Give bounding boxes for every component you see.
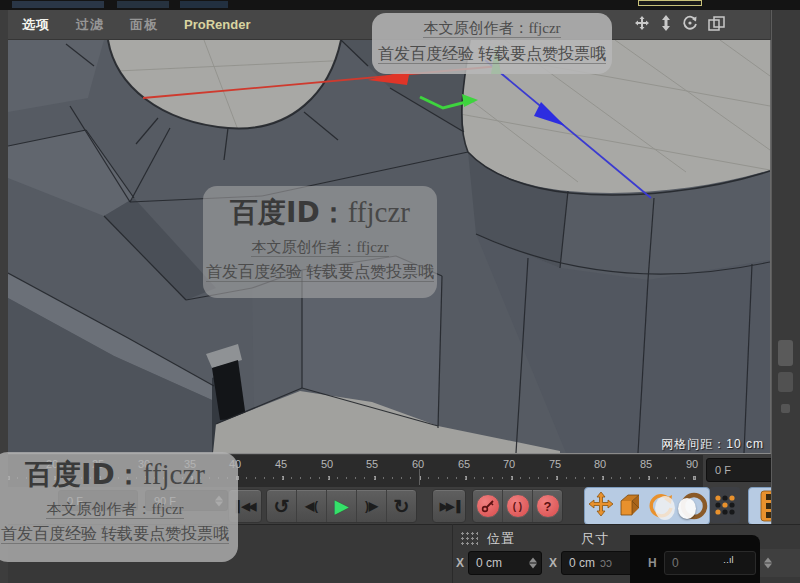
goto-start-icon: ▌◀◀ <box>236 500 255 513</box>
menu-item-filter[interactable]: 过滤 <box>76 16 104 34</box>
panel-corner <box>760 549 800 577</box>
taskbar-fragment <box>12 1 104 8</box>
play-button[interactable]: ▶ <box>327 490 357 522</box>
playback-group: ↺ ◀( ▶ )▶ ↻ <box>266 489 417 523</box>
next-frame-button[interactable]: )▶ <box>357 490 387 522</box>
tick-label: 45 <box>275 458 287 470</box>
watermark-author-line: 本文原创作者：ffjczr <box>423 20 560 38</box>
next-frame-icon: )▶ <box>365 499 378 513</box>
tick-label: 60 <box>412 458 424 470</box>
watermark-baidu-id-label: 百度ID： <box>230 196 348 229</box>
size-x-value: 0 cm <box>569 556 595 570</box>
edge-widget-button[interactable] <box>778 372 793 392</box>
tick-label: 55 <box>366 458 378 470</box>
application-window: 选项 过滤 面板 ProRender <box>0 0 800 583</box>
play-forwards-button[interactable]: ↻ <box>387 490 416 522</box>
overlay-artifact: ‥ıl <box>723 555 734 565</box>
position-x-value: 0 cm <box>476 556 502 570</box>
play-backwards-icon: ↺ <box>274 495 290 518</box>
watermark-center: 百度ID：ffjczr 本文原创作者：ffjczr 首发百度经验 转载要点赞投票… <box>203 186 437 298</box>
position-header: 位置 <box>487 530 515 548</box>
question-button[interactable]: ? <box>533 490 562 522</box>
size-h-value: 0 <box>672 556 679 570</box>
play-forwards-icon: ↻ <box>394 495 410 518</box>
watermark-baidu-id-value: ffjczr <box>143 458 205 490</box>
watermark-author-line: 本文原创作者：ffjczr <box>251 239 388 257</box>
watermark-notice-line: 首发百度经验 转载要点赞投票哦 <box>1 525 229 544</box>
position-x-field[interactable]: 0 cm <box>468 551 542 575</box>
watermark-notice-line: 首发百度经验 转载要点赞投票哦 <box>378 45 606 64</box>
record-key-icon <box>476 494 500 518</box>
right-edge-strip <box>771 10 800 524</box>
pan-icon[interactable] <box>634 15 650 31</box>
play-icon: ▶ <box>335 496 348 517</box>
watermark-notice-line: 首发百度经验 转载要点赞投票哦 <box>206 263 434 282</box>
tick-label: 75 <box>549 458 561 470</box>
tick-label: 65 <box>458 458 470 470</box>
frame-marker[interactable] <box>419 469 420 485</box>
menu-item-options[interactable]: 选项 <box>22 16 50 34</box>
watermark-baidu-id-value: ffjczr <box>348 196 410 228</box>
menu-item-panel[interactable]: 面板 <box>130 16 158 34</box>
question-icon: ? <box>536 494 560 518</box>
move-tool-icon <box>589 492 613 516</box>
edge-widget-dot[interactable] <box>781 404 790 413</box>
grid-dots-button[interactable] <box>710 487 740 523</box>
move-tool-button[interactable] <box>588 491 614 519</box>
tick-label: 90 <box>686 458 698 470</box>
tick-label: 85 <box>640 458 652 470</box>
rotate-icon[interactable] <box>682 15 698 31</box>
watermark-bottom: 百度ID：ffjczr 本文原创作者：ffjczr 首发百度经验 转载要点赞投票… <box>0 452 238 562</box>
watermark-baidu-id-label: 百度ID： <box>25 458 143 491</box>
size-x-label: X <box>549 556 557 570</box>
size-h-spinner[interactable] <box>764 558 772 569</box>
maximize-view-icon[interactable] <box>708 16 725 31</box>
view-navigation-controls <box>634 15 725 31</box>
panel-divider <box>452 524 453 583</box>
size-h-label: H <box>648 556 657 570</box>
grid-dots-icon <box>710 487 740 523</box>
play-backwards-button[interactable]: ↺ <box>267 490 297 522</box>
auto-key-button[interactable]: ( ) <box>503 490 533 522</box>
mouse-cursor <box>678 498 696 519</box>
scale-tool-icon <box>621 495 639 515</box>
keying-group: ( ) ? <box>472 489 563 523</box>
dolly-icon[interactable] <box>660 15 672 31</box>
scale-tool-button[interactable] <box>617 492 643 518</box>
goto-end-button[interactable]: ▶▶▐ <box>432 489 466 523</box>
previous-frame-button[interactable]: ◀( <box>297 490 327 522</box>
size-h-field[interactable]: 0 ‥ıl <box>664 551 756 575</box>
watermark-top: 本文原创作者：ffjczr 首发百度经验 转载要点赞投票哦 <box>372 13 612 74</box>
position-x-label: X <box>456 556 464 570</box>
tick-label: 80 <box>594 458 606 470</box>
taskbar-fragment <box>117 1 169 8</box>
taskbar-fragment <box>638 0 702 6</box>
cursor-highlight <box>655 496 675 520</box>
watermark-author-line: 本文原创作者：ffjczr <box>46 501 183 519</box>
grid-spacing-label: 网格间距：10 cm <box>661 436 764 453</box>
size-header: 尺寸 <box>581 530 609 548</box>
current-frame-value: 0 F <box>715 464 731 476</box>
goto-end-icon: ▶▶▐ <box>440 500 459 513</box>
tick-label: 50 <box>321 458 333 470</box>
obscured-marks: ɔɔ <box>600 556 612 570</box>
tick-label: 70 <box>503 458 515 470</box>
position-x-spinner[interactable] <box>529 558 537 569</box>
edge-widget-button[interactable] <box>778 340 793 366</box>
previous-frame-icon: ◀( <box>305 499 318 513</box>
panel-drag-handle-icon[interactable] <box>460 531 478 545</box>
taskbar-fragment <box>180 1 228 8</box>
auto-key-icon: ( ) <box>506 494 530 518</box>
record-key-button[interactable] <box>473 490 503 522</box>
menu-item-prorender[interactable]: ProRender <box>184 17 250 32</box>
